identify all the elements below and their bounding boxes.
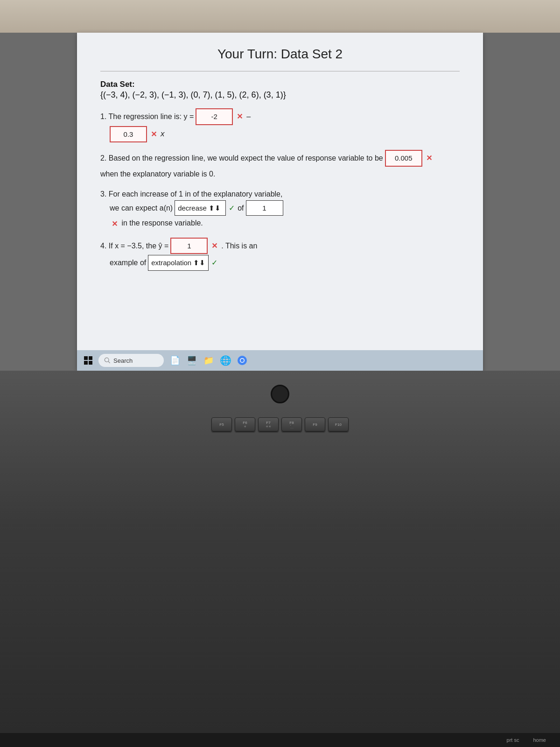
key-f6[interactable]: F6 ☀: [235, 417, 255, 431]
q2-text-pre: 2. Based on the regression line, we woul…: [100, 152, 383, 164]
search-icon: [104, 357, 111, 364]
question-3: 3. For each increase of 1 in of the expl…: [100, 188, 460, 230]
q3-row2: we can expect a(n) decrease ⬆⬇ ✓ of 1: [100, 200, 460, 216]
q3-dropdown-arrow: ⬆⬇: [209, 204, 221, 212]
key-f10-label: F10: [335, 423, 342, 427]
key-f9-label: F9: [313, 423, 317, 427]
q3-check: ✓: [229, 202, 235, 214]
q4-xmark: ✕: [211, 240, 217, 252]
windows-grid-icon: [84, 356, 92, 365]
q4-row1: 4. If x = −3.5, the ŷ = 1 ✕ . This is an: [100, 238, 460, 254]
q1-text: 1. The regression line is: y =: [100, 110, 194, 123]
taskbar: Search 📄 🖥️ 📁 🌐: [77, 350, 483, 371]
svg-line-1: [108, 361, 110, 363]
q1-input2[interactable]: 0.3: [110, 126, 147, 143]
q4-dropdown[interactable]: extrapolation ⬆⬇: [148, 255, 209, 271]
dataset-values: {(−3, 4), (−2, 3), (−1, 3), (0, 7), (1, …: [100, 90, 460, 100]
q1-separator: –: [246, 110, 251, 123]
q3-xmark: ✕: [112, 220, 118, 228]
dataset-section: Data Set: {(−3, 4), (−2, 3), (−1, 3), (0…: [100, 80, 460, 100]
key-f8-label: F8: [289, 421, 294, 425]
home-label: home: [533, 737, 546, 743]
q4-text-post: . This is an: [221, 240, 257, 252]
page-title: Your Turn: Data Set 2: [100, 47, 460, 62]
question-1: 1. The regression line is: y = -2 ✕ – 0.…: [100, 108, 460, 142]
key-f7[interactable]: F7 ☀☀: [258, 417, 279, 431]
q1-xmark1: ✕: [237, 110, 243, 123]
fn-key-row: F5 F6 ☀ F7 ☀☀ F8 ⬛ F9 F10: [93, 417, 467, 431]
q3-input[interactable]: 1: [246, 200, 283, 216]
webcam: [271, 385, 289, 403]
chrome-icon: [237, 355, 247, 366]
start-button[interactable]: [81, 353, 96, 368]
title-divider: [100, 71, 460, 71]
q4-dropdown-arrow: ⬆⬇: [193, 259, 205, 267]
bottom-bar: prt sc home: [0, 733, 560, 747]
laptop-bottom: F5 F6 ☀ F7 ☀☀ F8 ⬛ F9 F10 prt sc hom: [0, 371, 560, 747]
key-f7-label: F7: [266, 421, 270, 425]
search-label: Search: [113, 357, 133, 364]
q1-var: x: [161, 127, 165, 141]
question-2: 2. Based on the regression line, we woul…: [100, 150, 460, 180]
key-f7-sublabel: ☀☀: [266, 425, 271, 429]
screen-content: Your Turn: Data Set 2 Data Set: {(−3, 4)…: [77, 33, 483, 350]
q2-row1: 2. Based on the regression line, we woul…: [100, 150, 460, 167]
q4-row2: example of extrapolation ⬆⬇ ✓: [100, 255, 460, 271]
taskbar-icon-monitor[interactable]: 🖥️: [185, 354, 198, 367]
q1-row2: 0.3 ✕ x: [100, 126, 460, 143]
dataset-label: Data Set:: [100, 80, 460, 89]
prt-sc-label: prt sc: [507, 737, 519, 743]
key-f5-label: F5: [219, 423, 224, 427]
search-bar[interactable]: Search: [98, 354, 164, 367]
taskbar-icons-group: 📄 🖥️ 📁 🌐: [168, 354, 249, 367]
question-4: 4. If x = −3.5, the ŷ = 1 ✕ . This is an…: [100, 238, 460, 271]
q3-text-end: in the response variable.: [121, 219, 203, 227]
laptop-top-bezel: [0, 0, 560, 33]
taskbar-icon-browser[interactable]: 🌐: [219, 354, 232, 367]
q2-input[interactable]: 0.005: [385, 150, 422, 167]
q3-text-pre: 3. For each increase of 1 in of the expl…: [100, 188, 460, 200]
screen-bezel: Your Turn: Data Set 2 Data Set: {(−3, 4)…: [77, 33, 483, 371]
keyboard-area: F5 F6 ☀ F7 ☀☀ F8 ⬛ F9 F10: [93, 417, 467, 435]
key-f10[interactable]: F10: [328, 417, 349, 431]
q3-row3: ✕ in the response variable.: [100, 217, 460, 230]
key-f8-sublabel: ⬛: [290, 425, 294, 429]
q3-dropdown[interactable]: decrease ⬆⬇: [175, 200, 226, 216]
q3-of-text: of: [238, 202, 244, 214]
q1-xmark2: ✕: [151, 128, 157, 141]
q2-text-post: when the explanatory variable is 0.: [100, 168, 460, 180]
taskbar-icon-folder[interactable]: 📁: [202, 354, 215, 367]
q4-example-label: example of: [110, 256, 146, 269]
svg-point-4: [241, 359, 244, 362]
q4-dropdown-value: extrapolation: [151, 259, 191, 267]
key-f6-label: F6: [243, 421, 247, 425]
q1-row1: 1. The regression line is: y = -2 ✕ –: [100, 108, 460, 125]
q4-input[interactable]: 1: [170, 238, 208, 254]
q4-check: ✓: [211, 256, 217, 269]
key-f8[interactable]: F8 ⬛: [281, 417, 302, 431]
q4-text-pre: 4. If x = −3.5, the ŷ =: [100, 240, 168, 252]
key-f9[interactable]: F9: [305, 417, 325, 431]
taskbar-icon-circle[interactable]: [236, 354, 249, 367]
q3-dropdown-value: decrease: [178, 204, 207, 212]
taskbar-icon-file[interactable]: 📄: [168, 354, 182, 367]
q2-xmark: ✕: [426, 152, 432, 164]
key-f5[interactable]: F5: [211, 417, 232, 431]
key-f6-sublabel: ☀: [244, 425, 246, 429]
q1-input1[interactable]: -2: [196, 108, 233, 125]
q3-text-middle: we can expect a(n): [110, 202, 173, 214]
